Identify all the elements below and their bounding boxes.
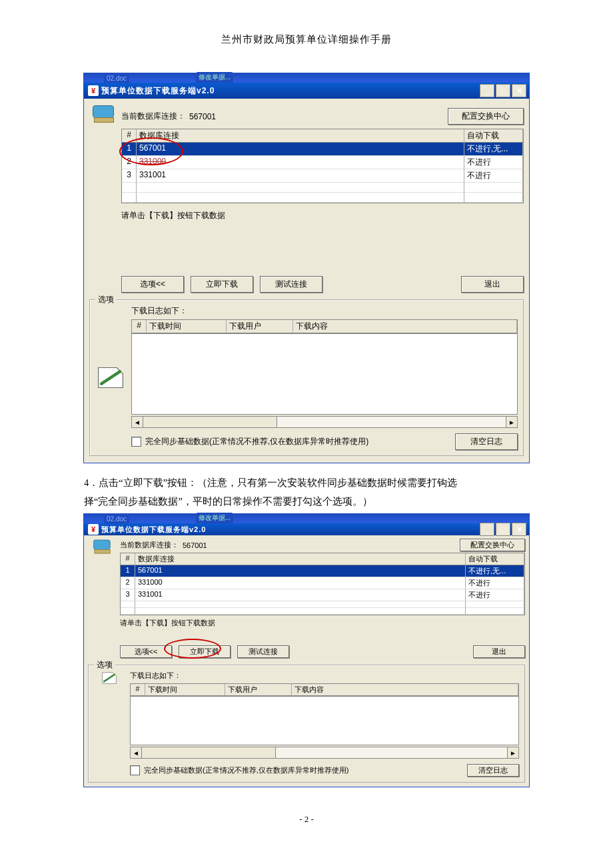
options-group: 选项 下载日志如下： # 下载时间 下载用户 下载内容 <box>89 299 524 456</box>
download-hint: 请单击【下载】按钮下载数据 <box>120 615 525 629</box>
test-connection-button[interactable]: 测试连接 <box>237 645 289 658</box>
app-icon: ¥ <box>88 85 99 96</box>
horizontal-scrollbar[interactable]: ◄ ► <box>130 747 519 759</box>
download-now-button[interactable]: 立即下载 <box>179 645 231 658</box>
full-sync-label: 完全同步基础数据(正常情况不推荐,仅在数据库异常时推荐使用) <box>145 436 368 447</box>
download-now-button[interactable]: 立即下载 <box>191 276 253 293</box>
window-titlebar: ¥ 预算单位数据下载服务端v2.0 _ □ ✕ <box>84 83 529 99</box>
clear-log-button[interactable]: 清空日志 <box>455 433 518 450</box>
drive-icon <box>88 538 115 555</box>
current-conn-value: 567001 <box>189 112 216 121</box>
maximize-icon[interactable]: □ <box>496 84 510 97</box>
cell-auto: 不进行,无... <box>466 565 524 577</box>
table-row[interactable]: 1 567001 不进行,无... <box>122 143 523 156</box>
col-index: # <box>121 553 135 565</box>
clear-log-button[interactable]: 清空日志 <box>467 764 519 777</box>
cell-index: 1 <box>121 565 135 577</box>
doc-header: 兰州市财政局预算单位详细操作手册 <box>0 33 613 46</box>
col-content: 下载内容 <box>293 320 517 333</box>
word-tab-left: 02.doc <box>104 515 129 523</box>
col-db: 数据库连接 <box>135 553 466 565</box>
cell-index: 3 <box>122 169 137 183</box>
current-conn-label: 当前数据库连接： <box>121 111 185 122</box>
current-conn-label: 当前数据库连接： <box>120 540 179 550</box>
exit-button[interactable]: 退出 <box>473 645 525 658</box>
col-time: 下载时间 <box>145 684 225 696</box>
download-hint: 请单击【下载】按钮下载数据 <box>121 203 524 225</box>
page-number: - 2 - <box>0 814 613 825</box>
scroll-right-icon[interactable]: ► <box>507 747 518 758</box>
minimize-icon[interactable]: _ <box>480 84 494 97</box>
word-tab-left: 02.doc <box>104 74 129 83</box>
cell-db: 331001 <box>135 589 466 601</box>
options-button[interactable]: 选项<< <box>121 276 184 293</box>
table-row[interactable]: 2 331000 不进行 <box>122 156 523 169</box>
config-exchange-button[interactable]: 配置交换中心 <box>448 108 524 125</box>
cell-db: 331000 <box>135 577 466 589</box>
col-content: 下载内容 <box>292 684 518 696</box>
connection-table[interactable]: # 数据库连接 自动下载 1 567001 不进行,无... 2 331000 <box>121 129 524 203</box>
log-body-empty <box>130 696 519 745</box>
log-title: 下载日志如下： <box>130 671 519 683</box>
close-icon[interactable]: ✕ <box>512 84 526 97</box>
connection-table[interactable]: # 数据库连接 自动下载 1 567001 不进行,无... 2 331000 <box>120 553 525 615</box>
screenshot-1: 02.doc 修改单据... ¥ 预算单位数据下载服务端v2.0 _ □ ✕ 当… <box>83 73 530 463</box>
cell-auto: 不进行 <box>464 169 523 183</box>
exit-button[interactable]: 退出 <box>461 276 524 293</box>
table-row[interactable]: 1 567001 不进行,无... <box>121 565 524 577</box>
window-titlebar: ¥ 预算单位数据下载服务端v2.0 _ □ ✕ <box>84 523 529 535</box>
scroll-thumb[interactable] <box>142 747 276 758</box>
options-group-label: 选项 <box>95 294 117 305</box>
cell-db: 331001 <box>137 169 464 183</box>
full-sync-checkbox[interactable] <box>131 437 141 447</box>
note-icon <box>94 671 125 777</box>
word-tab-right: 修改单据... <box>196 513 233 523</box>
note-icon <box>95 305 126 450</box>
table-row[interactable]: 3 331001 不进行 <box>122 169 523 183</box>
col-auto: 自动下载 <box>466 553 524 565</box>
maximize-icon[interactable]: □ <box>496 523 510 536</box>
scroll-left-icon[interactable]: ◄ <box>131 747 142 758</box>
test-connection-button[interactable]: 测试连接 <box>260 276 322 293</box>
word-tab-right: 修改单据... <box>196 72 233 83</box>
step-4-caption: 4．点击“立即下载”按钮：（注意，只有第一次安装软件同步基础数据时候需要打钩选 … <box>84 474 529 511</box>
cell-index: 2 <box>121 577 135 589</box>
app-icon: ¥ <box>88 524 99 535</box>
table-row[interactable]: 3 331001 不进行 <box>121 589 524 601</box>
scroll-thumb[interactable] <box>143 417 277 427</box>
log-table[interactable]: # 下载时间 下载用户 下载内容 <box>131 319 518 334</box>
col-time: 下载时间 <box>147 320 227 333</box>
cell-auto: 不进行,无... <box>464 143 523 156</box>
full-sync-label: 完全同步基础数据(正常情况不推荐,仅在数据库异常时推荐使用) <box>144 765 348 775</box>
col-auto: 自动下载 <box>464 129 523 143</box>
cell-db: 567001 <box>137 143 464 156</box>
col-db: 数据库连接 <box>137 129 464 143</box>
options-group-label: 选项 <box>94 659 115 671</box>
drive-icon <box>89 105 116 123</box>
cell-index: 1 <box>122 143 137 156</box>
options-group: 选项 下载日志如下： # 下载时间 下载用户 下载内容 <box>88 665 525 783</box>
col-user: 下载用户 <box>227 320 293 333</box>
options-button[interactable]: 选项<< <box>120 645 172 658</box>
table-row[interactable]: 2 331000 不进行 <box>121 577 524 589</box>
screenshot-2: 02.doc 修改单据... ¥ 预算单位数据下载服务端v2.0 _ □ ✕ 当… <box>83 513 530 787</box>
col-index: # <box>122 129 137 143</box>
col-index: # <box>132 320 147 333</box>
cell-db: 331000 <box>137 156 464 169</box>
log-table[interactable]: # 下载时间 下载用户 下载内容 <box>130 683 519 697</box>
cell-auto: 不进行 <box>464 156 523 169</box>
config-exchange-button[interactable]: 配置交换中心 <box>460 539 525 551</box>
cell-auto: 不进行 <box>466 577 524 589</box>
minimize-icon[interactable]: _ <box>480 523 494 536</box>
window-title: 预算单位数据下载服务端v2.0 <box>101 85 215 97</box>
close-icon[interactable]: ✕ <box>512 523 526 536</box>
scroll-right-icon[interactable]: ► <box>506 417 517 427</box>
scroll-left-icon[interactable]: ◄ <box>132 417 143 427</box>
col-index: # <box>131 684 145 696</box>
current-conn-value: 567001 <box>183 541 207 549</box>
full-sync-checkbox[interactable] <box>130 765 140 775</box>
cell-index: 3 <box>121 589 135 601</box>
cell-index: 2 <box>122 156 137 169</box>
log-body-empty <box>131 333 518 415</box>
horizontal-scrollbar[interactable]: ◄ ► <box>131 416 518 428</box>
